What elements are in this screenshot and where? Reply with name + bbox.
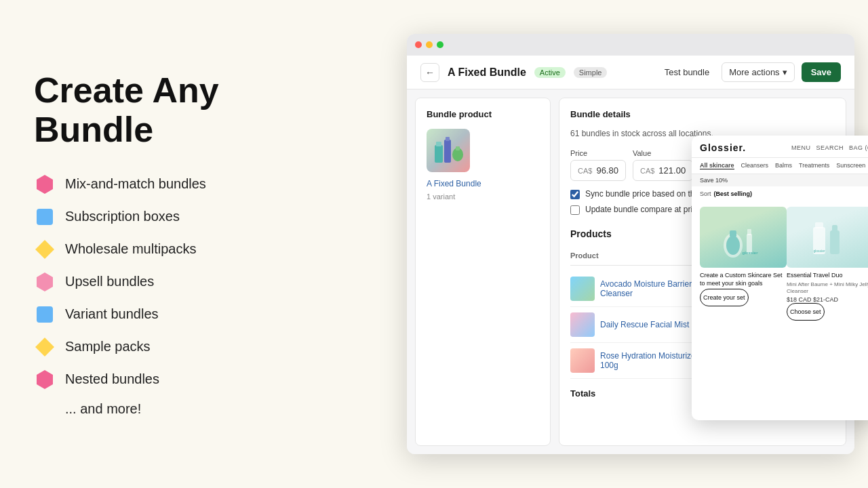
sort-value[interactable]: (Best selling) bbox=[714, 190, 753, 197]
diamond-icon bbox=[34, 336, 56, 358]
glossier-logo: Glossier. bbox=[700, 142, 746, 153]
test-bundle-button[interactable]: Test bundle bbox=[659, 64, 715, 80]
hexagon-icon bbox=[34, 271, 56, 293]
glossier-categories: All skincare Cleansers Balms Treatments … bbox=[692, 158, 868, 174]
feature-label-subscription: Subscription boxes bbox=[65, 209, 180, 224]
svg-rect-1 bbox=[37, 209, 53, 225]
svg-rect-20 bbox=[815, 222, 823, 228]
feature-label-wholesale: Wholesale multipacks bbox=[65, 241, 196, 257]
cat-sunscreen[interactable]: Sunscreen bbox=[836, 162, 865, 169]
glossier-product-image-1: glossier bbox=[700, 207, 787, 268]
glossier-menu[interactable]: MENU bbox=[791, 144, 811, 151]
price-value: 96.80 bbox=[596, 165, 618, 176]
value-value: 121.00 bbox=[658, 165, 686, 176]
feature-label-sample: Sample packs bbox=[65, 339, 151, 354]
hexagon-icon bbox=[34, 369, 56, 390]
svg-rect-7 bbox=[435, 145, 443, 163]
feature-item-sample: Sample packs bbox=[34, 336, 346, 358]
active-badge: Active bbox=[534, 67, 566, 78]
glossier-product-bottles-2: glossier bbox=[803, 210, 857, 264]
sort-label: Sort bbox=[700, 190, 711, 197]
glossier-product-subtitle-2: Mini After Baume + Mini Milky Jelly Clea… bbox=[787, 281, 868, 296]
glossier-product-title-1: Create a Custom Skincare Set to meet you… bbox=[700, 272, 787, 287]
promo-text: Save 10% bbox=[700, 177, 728, 184]
hexagon-icon bbox=[34, 174, 56, 195]
product-image-daily-rescue bbox=[570, 312, 595, 337]
sync-checkbox[interactable] bbox=[570, 190, 580, 199]
admin-topbar: ← A Fixed Bundle Active Simple Test bund… bbox=[407, 56, 854, 89]
minimize-icon[interactable] bbox=[426, 41, 433, 48]
product-image-rose-hydration bbox=[570, 348, 595, 373]
glossier-product-bottles-1: glossier bbox=[716, 210, 770, 264]
products-section-title: Products bbox=[570, 228, 612, 239]
choose-set-button[interactable]: Choose set bbox=[787, 303, 825, 321]
cat-treatments[interactable]: Treatments bbox=[799, 162, 829, 169]
feature-item-nested: Nested bundles bbox=[34, 369, 346, 390]
product-name-link[interactable]: A Fixed Bundle bbox=[427, 179, 539, 188]
update-checkbox[interactable] bbox=[570, 205, 580, 215]
value-label: Value bbox=[633, 149, 693, 157]
cat-balms[interactable]: Balms bbox=[775, 162, 792, 169]
topbar-actions: Test bundle More actions ▾ Save bbox=[659, 62, 841, 82]
create-set-button[interactable]: Create your set bbox=[700, 289, 749, 306]
more-actions-button[interactable]: More actions ▾ bbox=[722, 62, 794, 82]
cat-all-skincare[interactable]: All skincare bbox=[700, 162, 734, 169]
feature-item-wholesale: Wholesale multipacks bbox=[34, 239, 346, 260]
glossier-window: Glossier. MENU SEARCH BAG (0) All skinca… bbox=[692, 136, 868, 420]
feature-item-mix-match: Mix-and-match bundles bbox=[34, 174, 346, 195]
cube-icon bbox=[34, 304, 56, 325]
svg-rect-21 bbox=[830, 230, 840, 254]
page-title: Create Any Bundle bbox=[34, 71, 346, 148]
svg-marker-5 bbox=[35, 338, 54, 357]
feature-label-mix-match: Mix-and-match bundles bbox=[65, 176, 206, 192]
svg-marker-2 bbox=[35, 240, 54, 259]
cat-cleansers[interactable]: Cleansers bbox=[741, 162, 769, 169]
fullscreen-icon[interactable] bbox=[437, 41, 443, 48]
svg-rect-8 bbox=[436, 142, 441, 146]
glossier-search[interactable]: SEARCH bbox=[816, 144, 844, 151]
svg-rect-10 bbox=[446, 137, 450, 141]
save-button[interactable]: Save bbox=[802, 62, 841, 82]
cube-icon bbox=[34, 206, 56, 228]
price-label: Price bbox=[570, 149, 626, 157]
right-panel: ← A Fixed Bundle Active Simple Test bund… bbox=[380, 0, 868, 488]
svg-marker-6 bbox=[37, 370, 53, 389]
feature-item-subscription: Subscription boxes bbox=[34, 206, 346, 228]
glossier-products-grid: glossier Create a Custom Skincare Set to… bbox=[692, 201, 868, 331]
left-panel: Create Any Bundle Mix-and-match bundles … bbox=[0, 0, 380, 488]
svg-rect-9 bbox=[444, 140, 451, 163]
feature-list: Mix-and-match bundles Subscription boxes… bbox=[34, 174, 346, 390]
product-bottles-icon bbox=[429, 131, 467, 169]
glossier-product-2: glossier Essential Travel Duo Mini After… bbox=[787, 201, 868, 326]
value-field: Value CA$ 121.00 bbox=[633, 149, 693, 181]
price-input[interactable]: CA$ 96.80 bbox=[570, 160, 626, 181]
svg-text:glossier: glossier bbox=[742, 251, 758, 255]
window-titlebar bbox=[407, 34, 854, 56]
glossier-nav: MENU SEARCH BAG (0) bbox=[791, 144, 868, 151]
close-icon[interactable] bbox=[415, 41, 422, 48]
value-input[interactable]: CA$ 121.00 bbox=[633, 160, 693, 181]
product-link-daily-rescue[interactable]: Daily Rescue Facial Mist bbox=[600, 320, 689, 329]
product-image-avocado bbox=[570, 277, 595, 301]
feature-item-variant: Variant bundles bbox=[34, 304, 346, 325]
price-field: Price CA$ 96.80 bbox=[570, 149, 626, 181]
glossier-product-title-2: Essential Travel Duo bbox=[787, 272, 868, 280]
feature-label-upsell: Upsell bundles bbox=[65, 274, 154, 289]
svg-rect-12 bbox=[456, 146, 460, 150]
svg-rect-22 bbox=[832, 225, 837, 232]
more-text: ... and more! bbox=[34, 401, 346, 417]
more-actions-label: More actions bbox=[729, 67, 779, 77]
chevron-down-icon: ▾ bbox=[783, 67, 787, 77]
back-button[interactable]: ← bbox=[420, 63, 439, 82]
glossier-bag[interactable]: BAG (0) bbox=[849, 144, 868, 151]
product-variant: 1 variant bbox=[427, 192, 455, 201]
sort-bar: Sort (Best selling) bbox=[692, 186, 868, 201]
price-currency: CA$ bbox=[578, 167, 592, 175]
diamond-icon bbox=[34, 239, 56, 260]
feature-item-upsell: Upsell bundles bbox=[34, 271, 346, 293]
feature-label-variant: Variant bundles bbox=[65, 306, 159, 322]
glossier-header: Glossier. MENU SEARCH BAG (0) bbox=[692, 136, 868, 158]
glossier-promo: Save 10% bbox=[692, 174, 868, 186]
product-thumbnail bbox=[427, 129, 470, 172]
bundle-product-title: Bundle product bbox=[427, 109, 539, 119]
